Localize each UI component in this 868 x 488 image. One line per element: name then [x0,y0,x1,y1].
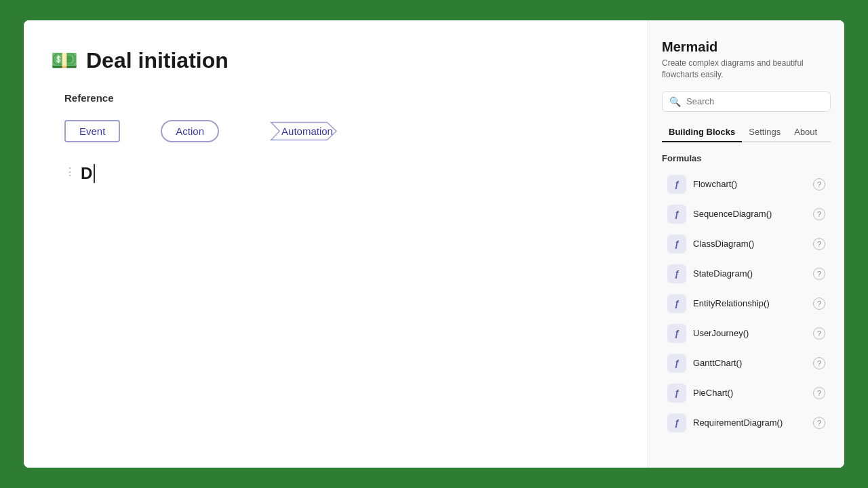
search-icon: 🔍 [669,96,681,107]
formulas-label: Formulas [662,153,831,163]
drag-handle[interactable]: ⋮ [64,164,75,178]
formula-help-requirement-diagram[interactable]: ? [813,417,825,429]
formula-name-entity-relationship: EntityRelationship() [693,298,806,308]
formula-item-state-diagram[interactable]: ƒStateDiagram()? [662,260,831,288]
tab-settings[interactable]: Settings [742,123,787,142]
formula-item-flowchart[interactable]: ƒFlowchart()? [662,170,831,199]
section-label: Reference [64,92,620,104]
right-panel: Mermaid Create complex diagrams and beau… [648,20,844,468]
formula-help-state-diagram[interactable]: ? [813,268,825,280]
tab-building-blocks[interactable]: Building Blocks [662,123,742,142]
formula-icon-user-journey: ƒ [667,324,686,343]
formula-icon-state-diagram: ƒ [667,264,686,283]
formula-name-state-diagram: StateDiagram() [693,268,806,279]
main-container: 💵 Deal initiation Reference Event Action… [24,20,844,468]
formula-item-sequence-diagram[interactable]: ƒSequenceDiagram()? [662,200,831,228]
block-automation-label: Automation [260,121,348,141]
formula-name-class-diagram: ClassDiagram() [693,239,806,249]
tab-about[interactable]: About [787,123,824,142]
formula-name-flowchart: Flowchart() [693,179,806,189]
block-automation[interactable]: Automation [260,121,348,141]
formula-help-pie-chart[interactable]: ? [813,387,825,399]
formula-help-class-diagram[interactable]: ? [813,238,825,250]
formula-icon-pie-chart: ƒ [667,384,686,403]
formula-name-sequence-diagram: SequenceDiagram() [693,209,806,219]
block-event[interactable]: Event [64,120,120,142]
blocks-row: Event Action Automation [64,120,620,142]
formula-item-user-journey[interactable]: ƒUserJourney()? [662,319,831,348]
formula-name-gantt-chart: GanttChart() [693,358,806,368]
formula-help-flowchart[interactable]: ? [813,178,825,190]
page-title: Deal initiation [86,48,229,73]
formula-icon-flowchart: ƒ [667,175,686,194]
content-row: ⋮ D [64,164,620,183]
panel-subtitle: Create complex diagrams and beautiful fl… [662,58,831,81]
formula-help-entity-relationship[interactable]: ? [813,298,825,310]
formula-icon-gantt-chart: ƒ [667,354,686,373]
formula-icon-sequence-diagram: ƒ [667,205,686,224]
formula-item-pie-chart[interactable]: ƒPieChart()? [662,379,831,407]
formula-icon-entity-relationship: ƒ [667,294,686,313]
page-icon: 💵 [51,47,78,73]
formula-help-sequence-diagram[interactable]: ? [813,208,825,220]
formula-item-class-diagram[interactable]: ƒClassDiagram()? [662,230,831,258]
formula-help-user-journey[interactable]: ? [813,327,825,340]
formula-name-requirement-diagram: RequirementDiagram() [693,418,806,428]
tabs-row: Building Blocks Settings About [662,123,831,142]
panel-title: Mermaid [662,39,831,55]
content-text[interactable]: D [81,164,95,183]
formula-icon-requirement-diagram: ƒ [667,413,686,432]
search-bar: 🔍 [662,92,831,112]
formula-item-requirement-diagram[interactable]: ƒRequirementDiagram()? [662,409,831,437]
formula-help-gantt-chart[interactable]: ? [813,357,825,369]
page-title-row: 💵 Deal initiation [51,47,620,73]
formula-list: ƒFlowchart()?ƒSequenceDiagram()?ƒClassDi… [662,170,831,437]
formula-icon-class-diagram: ƒ [667,235,686,253]
formula-item-entity-relationship[interactable]: ƒEntityRelationship()? [662,289,831,318]
left-panel: 💵 Deal initiation Reference Event Action… [24,20,648,468]
formula-item-gantt-chart[interactable]: ƒGanttChart()? [662,349,831,378]
block-action[interactable]: Action [161,120,219,142]
search-input[interactable] [686,96,823,106]
formula-name-user-journey: UserJourney() [693,328,806,338]
formula-name-pie-chart: PieChart() [693,388,806,398]
